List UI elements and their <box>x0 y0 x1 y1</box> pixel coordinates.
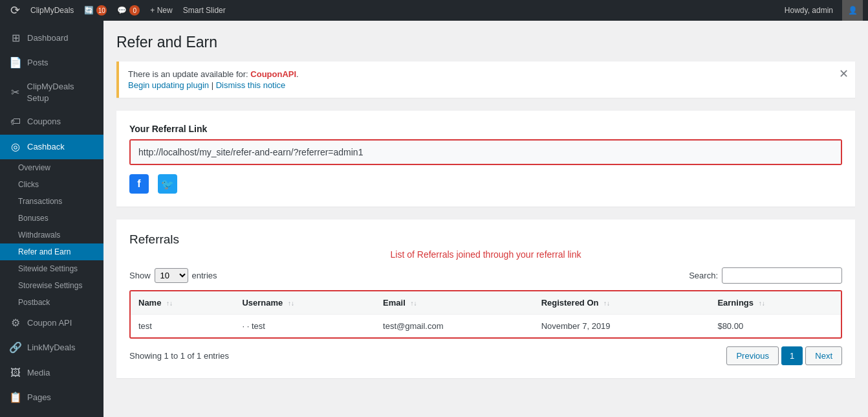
cell-earnings: $80.00 <box>710 315 841 338</box>
sidebar-item-label: LinkMyDeals <box>27 342 75 354</box>
show-label: Show <box>129 271 151 280</box>
sidebar-item-overview[interactable]: Overview <box>0 159 103 176</box>
notice-text-before: There is an update available for: <box>128 69 250 79</box>
sidebar-item-label: Posts <box>27 57 49 69</box>
twitter-share-button[interactable]: 🐦 <box>158 174 177 194</box>
sidebar-sub-label: Clicks <box>18 180 39 189</box>
howdy-text: Howdy, admin <box>779 6 838 15</box>
comments-count: 0 <box>129 5 140 16</box>
sidebar-item-coupon-api[interactable]: ⚙ Coupon API <box>0 311 103 335</box>
notice-dismiss-button[interactable]: ✕ <box>839 67 849 81</box>
media-icon: 🖼 <box>9 366 22 380</box>
sidebar-item-label: Cashback <box>27 141 65 153</box>
sidebar-sub-label: Bonuses <box>18 214 49 223</box>
sidebar-sub-label: Refer and Earn <box>18 247 71 256</box>
sidebar-item-refer-earn[interactable]: Refer and Earn <box>0 243 103 260</box>
sidebar-sub-label: Sitewide Settings <box>18 264 78 273</box>
sidebar-sub-label: Withdrawals <box>18 231 60 240</box>
search-box: Search: <box>689 267 842 284</box>
sidebar-item-storewise[interactable]: Storewise Settings <box>0 277 103 294</box>
begin-updating-link[interactable]: Begin updating plugin <box>128 80 209 90</box>
updates-icon: 🔄 <box>84 6 94 15</box>
sidebar-sub-label: Postback <box>18 298 50 307</box>
referral-link-input-wrap <box>129 139 842 165</box>
col-registered[interactable]: Registered On ↑↓ <box>534 291 710 315</box>
sidebar-item-label: Dashboard <box>27 32 69 44</box>
search-input[interactable] <box>722 267 842 284</box>
referrals-table: Name ↑↓ Username ↑↓ Email ↑↓ Registered … <box>131 291 841 337</box>
sidebar-item-label: ClipMyDeals Setup <box>27 81 97 104</box>
sidebar-item-label: Coupons <box>27 116 61 128</box>
sidebar-item-label: Coupon API <box>27 317 72 329</box>
coupon-api-icon: ⚙ <box>9 316 22 330</box>
comments-icon: 💬 <box>117 6 127 15</box>
wp-logo[interactable]: ⟳ <box>5 3 25 17</box>
previous-button[interactable]: Previous <box>726 346 779 365</box>
sidebar-item-coupons[interactable]: 🏷 Coupons <box>0 109 103 134</box>
sidebar-item-clipmydeals[interactable]: ✂ ClipMyDeals Setup <box>0 76 103 109</box>
table-footer: Showing 1 to 1 of 1 entries Previous 1 N… <box>129 346 842 365</box>
entries-label: entries <box>192 271 217 280</box>
admin-bar: ⟳ ClipMyDeals 🔄 10 💬 0 + New Smart Slide… <box>0 0 868 21</box>
sidebar-item-label: Media <box>27 367 50 379</box>
notice-separator: | <box>212 80 213 90</box>
clipmydeals-icon: ✂ <box>9 85 22 100</box>
col-username[interactable]: Username ↑↓ <box>234 291 375 315</box>
col-earnings[interactable]: Earnings ↑↓ <box>710 291 841 315</box>
cashback-icon: ◎ <box>9 140 22 154</box>
updates-count: 10 <box>96 5 107 16</box>
referral-link-label: Your Referral Link <box>129 124 842 134</box>
new-content-link[interactable]: + New <box>145 0 177 21</box>
sidebar-item-sitewide[interactable]: Sitewide Settings <box>0 260 103 277</box>
sidebar-sub-label: Storewise Settings <box>18 281 82 290</box>
referrals-title: Referrals <box>129 232 842 247</box>
site-name-link[interactable]: ClipMyDeals <box>25 0 79 21</box>
showing-info: Showing 1 to 1 of 1 entries <box>129 351 229 361</box>
table-row: test · · test test@gmail.com November 7,… <box>131 315 841 338</box>
sidebar-sub-label: Transactions <box>18 197 62 206</box>
dismiss-notice-link[interactable]: Dismiss this notice <box>216 80 286 90</box>
sidebar-item-posts[interactable]: 📄 Posts <box>0 51 103 75</box>
referral-link-input[interactable] <box>131 141 841 164</box>
next-button[interactable]: Next <box>805 346 842 365</box>
cell-name: test <box>131 315 234 338</box>
sidebar-item-pages[interactable]: 📋 Pages <box>0 385 103 410</box>
update-notice: There is an update available for: Coupon… <box>116 62 855 98</box>
sidebar-item-linkmydeals[interactable]: 🔗 LinkMyDeals <box>0 335 103 360</box>
main-content: Refer and Earn There is an update availa… <box>103 21 868 417</box>
referrals-subtitle: List of Referrals joined through your re… <box>129 249 842 260</box>
show-entries: Show 10 25 50 100 entries <box>129 268 217 283</box>
table-controls: Show 10 25 50 100 entries Search: <box>129 267 842 284</box>
social-icons: f 🐦 <box>129 172 842 196</box>
smart-slider-link[interactable]: Smart Slider <box>178 0 231 21</box>
updates-link[interactable]: 🔄 10 <box>79 0 112 21</box>
sidebar-item-postback[interactable]: Postback <box>0 294 103 311</box>
table-header-row: Name ↑↓ Username ↑↓ Email ↑↓ Registered … <box>131 291 841 315</box>
comments-link[interactable]: 💬 0 <box>112 0 145 21</box>
sidebar-item-cashback[interactable]: ◎ Cashback <box>0 135 103 159</box>
notice-plugin-link[interactable]: CouponAPI <box>250 69 296 79</box>
referral-link-section: Your Referral Link f 🐦 <box>116 111 855 207</box>
sidebar-item-clicks[interactable]: Clicks <box>0 176 103 193</box>
pagination: Previous 1 Next <box>726 346 842 365</box>
sidebar: ⊞ Dashboard 📄 Posts ✂ ClipMyDeals Setup … <box>0 21 103 417</box>
sidebar-item-transactions[interactable]: Transactions <box>0 193 103 210</box>
coupons-icon: 🏷 <box>9 115 22 129</box>
notice-text-after: . <box>296 69 299 79</box>
linkmydeals-icon: 🔗 <box>9 341 22 355</box>
cell-registered: November 7, 2019 <box>534 315 710 338</box>
avatar: 👤 <box>842 0 863 21</box>
facebook-share-button[interactable]: f <box>129 174 149 194</box>
posts-icon: 📄 <box>9 56 22 70</box>
sidebar-item-dashboard[interactable]: ⊞ Dashboard <box>0 26 103 51</box>
col-name[interactable]: Name ↑↓ <box>131 291 234 315</box>
entries-select[interactable]: 10 25 50 100 <box>155 268 188 283</box>
sidebar-item-label: Pages <box>27 392 51 403</box>
sidebar-item-media[interactable]: 🖼 Media <box>0 361 103 385</box>
page-title: Refer and Earn <box>116 34 855 51</box>
sidebar-item-withdrawals[interactable]: Withdrawals <box>0 227 103 243</box>
sidebar-item-bonuses[interactable]: Bonuses <box>0 210 103 227</box>
pages-icon: 📋 <box>9 390 22 405</box>
dashboard-icon: ⊞ <box>9 31 22 45</box>
col-email[interactable]: Email ↑↓ <box>375 291 534 315</box>
